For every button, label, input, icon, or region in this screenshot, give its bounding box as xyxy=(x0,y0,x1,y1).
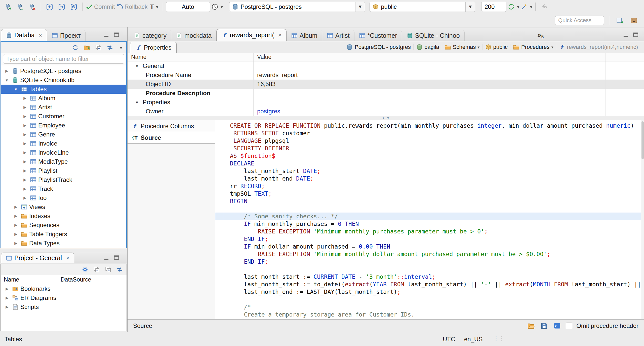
tree-item-table-triggers[interactable]: ▶Table Triggers xyxy=(1,230,126,239)
link-editor-button[interactable] xyxy=(115,265,124,274)
property-row-procedure-description[interactable]: Procedure Description xyxy=(128,89,644,98)
expander-icon[interactable]: ▶ xyxy=(22,105,28,110)
status-timezone[interactable]: UTC xyxy=(443,336,455,343)
collapse-all-button[interactable] xyxy=(94,43,103,52)
tree-item-sqlite-chinook-db[interactable]: ▼SQLite - Chinook.db xyxy=(1,76,126,85)
tab-properties[interactable]: f Properties xyxy=(130,42,177,53)
sync-connection-button[interactable] xyxy=(71,43,79,52)
open-sql-editor-button[interactable] xyxy=(56,1,67,12)
breadcrumb-item-procedures[interactable]: Procedures▾ xyxy=(510,44,556,50)
expander-icon[interactable]: ▼ xyxy=(135,100,141,105)
expander-icon[interactable]: ▶ xyxy=(13,214,19,218)
status-locale[interactable]: en_US xyxy=(464,336,482,343)
transaction-mode-button[interactable]: T ▾ xyxy=(149,1,160,12)
editor-tab-mockdata[interactable]: mockdata xyxy=(171,30,216,41)
tree-item-album[interactable]: ▶Album xyxy=(1,94,126,103)
tree-item-sequences[interactable]: ▶Sequences xyxy=(1,221,126,230)
breadcrumb-item-postgresql-postgres[interactable]: PostgreSQL - postgres xyxy=(344,44,413,50)
property-row-object-id[interactable]: Object ID16,583 xyxy=(128,80,644,89)
expander-icon[interactable]: ▼ xyxy=(4,78,10,82)
breadcrumb-item-pagila[interactable]: pagila xyxy=(413,44,442,50)
schema-combo[interactable]: public ▼ xyxy=(370,2,475,12)
side-tab-procedure-columns[interactable]: fProcedure Columns xyxy=(128,120,215,132)
open-console-button[interactable] xyxy=(553,321,562,330)
collapse-down-icon[interactable]: ▼ xyxy=(387,116,390,120)
new-connection-button[interactable] xyxy=(3,1,14,12)
dbeaver-perspective-button[interactable] xyxy=(628,15,639,26)
tree-item-customer[interactable]: ▶Customer xyxy=(1,112,126,121)
maximize-button[interactable] xyxy=(632,31,639,39)
expander-icon[interactable]: ▶ xyxy=(22,132,28,137)
expander-icon[interactable]: ▶ xyxy=(22,123,28,128)
close-icon[interactable]: × xyxy=(278,32,282,38)
editor-tab-sqlite-chinoo[interactable]: SQLite - Chinoo xyxy=(402,30,465,41)
minimize-button[interactable] xyxy=(103,254,110,261)
refresh-button[interactable]: ▾ xyxy=(507,1,519,12)
expander-icon[interactable]: ▶ xyxy=(13,223,19,227)
expander-icon[interactable]: ▶ xyxy=(22,114,28,119)
expander-icon[interactable]: ▶ xyxy=(13,232,19,236)
tab-projects[interactable]: Проект xyxy=(47,30,86,41)
close-icon[interactable]: × xyxy=(39,32,42,38)
tree-item-genre[interactable]: ▶Genre xyxy=(1,130,126,139)
editor-tab-rewards-report[interactable]: frewards_report(× xyxy=(216,29,286,41)
tree-item-postgresql-postgres[interactable]: ▶PostgreSQL - postgres xyxy=(1,66,126,76)
fetch-size-input[interactable] xyxy=(481,2,506,12)
tree-item-mediatype[interactable]: ▶MediaType xyxy=(1,157,126,166)
chevron-down-icon[interactable]: ▼ xyxy=(465,2,475,12)
datasource-combo[interactable]: PostgreSQL - postgres ▼ xyxy=(229,2,365,12)
editor-tab-customer[interactable]: *Customer xyxy=(354,30,402,41)
tree-item-indexes[interactable]: ▶Indexes xyxy=(1,212,126,221)
editor-tab-artist[interactable]: Artist xyxy=(322,30,354,41)
tree-item-artist[interactable]: ▶Artist xyxy=(1,103,126,112)
expander-icon[interactable]: ▶ xyxy=(22,150,28,155)
navigator-tree[interactable]: ▶PostgreSQL - postgres▼SQLite - Chinook.… xyxy=(1,65,126,248)
breadcrumb-item-public[interactable]: public xyxy=(482,44,510,50)
property-row-owner[interactable]: Ownerpostgres xyxy=(128,107,644,116)
expander-icon[interactable]: ▶ xyxy=(4,305,10,309)
tree-item-foo[interactable]: ▶foo xyxy=(1,193,126,202)
expander-icon[interactable]: ▶ xyxy=(22,141,28,146)
tab-project-general[interactable]: Project - General × xyxy=(1,253,74,263)
commit-button[interactable]: Commit xyxy=(86,1,115,12)
view-menu-button[interactable]: ▾ xyxy=(117,43,124,52)
expander-icon[interactable]: ▶ xyxy=(4,69,10,73)
expander-icon[interactable]: ▶ xyxy=(13,241,19,246)
expander-icon[interactable]: ▶ xyxy=(13,205,19,209)
maximize-button[interactable] xyxy=(113,254,120,261)
expander-icon[interactable]: ▶ xyxy=(22,96,28,100)
expand-all-button[interactable] xyxy=(104,265,112,274)
column-header-name[interactable]: Name xyxy=(1,275,58,284)
tree-item-playlisttrack[interactable]: ▶PlaylistTrack xyxy=(1,175,126,184)
connect-button[interactable] xyxy=(15,1,26,12)
object-filter-input[interactable] xyxy=(3,54,124,64)
collapse-all-button[interactable] xyxy=(92,265,101,274)
breadcrumb-item-schemas[interactable]: Schemas▾ xyxy=(442,44,482,50)
sql-assist-button[interactable]: ▾ xyxy=(520,1,533,12)
recent-sql-editor-button[interactable] xyxy=(68,1,79,12)
expander-icon[interactable]: ▶ xyxy=(4,287,10,291)
save-to-file-button[interactable] xyxy=(540,321,549,330)
disconnect-button[interactable] xyxy=(27,1,38,12)
expander-icon[interactable]: ▼ xyxy=(13,87,19,91)
quick-access-input[interactable] xyxy=(555,16,604,25)
tree-item-track[interactable]: ▶Track xyxy=(1,184,126,193)
vertical-scrollbar[interactable] xyxy=(641,120,644,319)
column-header-datasource[interactable]: DataSource xyxy=(58,276,91,283)
expander-icon[interactable]: ▶ xyxy=(4,296,10,300)
expander-icon[interactable]: ▶ xyxy=(22,168,28,173)
source-code-editor[interactable]: CREATE OR REPLACE FUNCTION public.reward… xyxy=(215,120,641,319)
project-items[interactable]: ▶Bookmarks▶ER Diagrams▶Scripts xyxy=(1,284,127,312)
expander-icon[interactable]: ▶ xyxy=(22,159,28,164)
property-row-properties[interactable]: ▼Properties xyxy=(128,98,644,107)
side-tab-source[interactable]: TSource xyxy=(128,132,215,144)
minimize-button[interactable] xyxy=(103,31,110,39)
breadcrumb-item-rewards-report-int4-numeric[interactable]: frewards_report(int4,numeric) xyxy=(556,44,640,50)
column-header-value[interactable]: Value xyxy=(254,53,606,61)
project-item-er-diagrams[interactable]: ▶ER Diagrams xyxy=(1,293,127,302)
tree-item-invoiceline[interactable]: ▶InvoiceLine xyxy=(1,148,126,157)
editor-tab-album[interactable]: Album xyxy=(287,30,322,41)
tree-item-invoice[interactable]: ▶Invoice xyxy=(1,139,126,148)
minimize-button[interactable] xyxy=(622,31,629,39)
chevron-down-icon[interactable]: ▼ xyxy=(355,2,365,12)
